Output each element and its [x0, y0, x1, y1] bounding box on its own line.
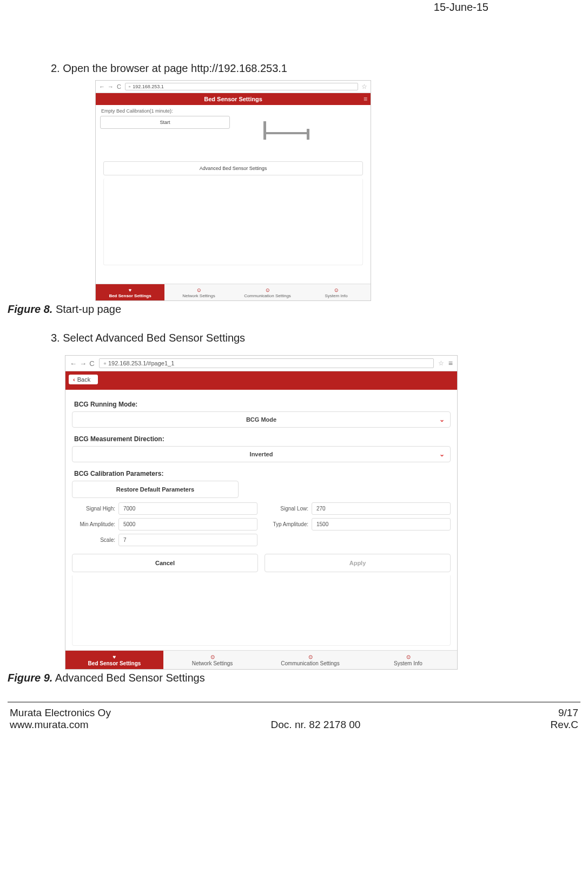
- footer-separator: [8, 702, 580, 703]
- footer-site: www.murata.com: [10, 719, 161, 731]
- chevron-left-icon: ‹: [73, 376, 75, 383]
- advanced-settings-panel: [103, 179, 363, 265]
- footer-page-number: 9/17: [470, 707, 578, 719]
- min-amplitude-label: Min Amplitude:: [72, 521, 118, 527]
- tab-system-info[interactable]: ⊙System Info: [302, 284, 371, 300]
- min-amplitude-input[interactable]: 5000: [118, 518, 257, 531]
- typ-amplitude-input[interactable]: 1500: [312, 518, 451, 531]
- page-icon: ▫: [104, 360, 106, 366]
- signal-high-label: Signal High:: [72, 506, 118, 512]
- nav-back-icon[interactable]: ←: [70, 359, 75, 368]
- scale-label: Scale:: [72, 537, 118, 543]
- bcg-calibration-label: BCG Calibration Parameters:: [74, 470, 451, 477]
- typ-amplitude-label: Typ Amplitude:: [265, 521, 312, 527]
- page-footer: Murata Electronics Oy www.murata.com Doc…: [8, 707, 580, 734]
- restore-default-button[interactable]: Restore Default Parameters: [72, 481, 239, 498]
- url-text: 192.168.253.1/#page1_1: [108, 360, 174, 366]
- network-icon: ⊙: [164, 654, 260, 660]
- apply-button[interactable]: Apply: [265, 554, 451, 572]
- url-text: 192.168.253.1: [133, 84, 164, 89]
- tab-system-info[interactable]: ⊙System Info: [359, 651, 457, 669]
- nav-forward-icon[interactable]: →: [108, 83, 113, 90]
- advanced-settings-button[interactable]: Advanced Bed Sensor Settings: [103, 161, 363, 175]
- empty-bed-calibration-label: Empty Bed Calibration(1 minute):: [96, 105, 371, 116]
- tab-bed-sensor-settings[interactable]: ♥Bed Sensor Settings: [96, 284, 164, 300]
- step-3-text: 3. Select Advanced Bed Sensor Settings: [51, 332, 580, 344]
- menu-icon[interactable]: ≡: [364, 95, 367, 103]
- tab-communication-settings[interactable]: ⊙Communication Settings: [233, 284, 302, 300]
- figure-8-screenshot: ← → C ▫ 192.168.253.1 ☆ Bed Sensor Setti…: [95, 80, 371, 301]
- scale-input[interactable]: 7: [118, 534, 257, 546]
- tab-network-settings[interactable]: ⊙Network Settings: [163, 651, 261, 669]
- footer-doc-number: Doc. nr. 82 2178 00: [161, 719, 470, 731]
- info-icon: ⊙: [360, 654, 456, 660]
- back-button[interactable]: ‹ Back: [69, 375, 98, 384]
- bcg-running-mode-label: BCG Running Mode:: [74, 401, 451, 408]
- app-header-title: Bed Sensor Settings: [204, 96, 262, 102]
- info-icon: ⊙: [303, 287, 369, 293]
- heart-icon: ♥: [97, 287, 163, 293]
- signal-high-input[interactable]: 7000: [118, 502, 257, 515]
- nav-reload-icon[interactable]: C: [116, 83, 122, 90]
- step-2-text: 2. Open the browser at page http://192.1…: [51, 62, 580, 75]
- app-header: Bed Sensor Settings ≡: [96, 93, 371, 105]
- url-field[interactable]: ▫ 192.168.253.1: [125, 83, 358, 90]
- url-field[interactable]: ▫ 192.168.253.1/#page1_1: [99, 358, 434, 368]
- blank-panel: [72, 575, 451, 646]
- page-header-date: 15-June-15: [8, 0, 580, 14]
- bottom-tabs: ♥Bed Sensor Settings ⊙Network Settings ⊙…: [65, 650, 457, 669]
- bottom-tabs: ♥Bed Sensor Settings ⊙Network Settings ⊙…: [96, 284, 371, 300]
- start-button[interactable]: Start: [100, 116, 230, 129]
- communication-icon: ⊙: [262, 654, 358, 660]
- nav-forward-icon[interactable]: →: [80, 359, 85, 368]
- hamburger-icon[interactable]: ≡: [448, 359, 453, 368]
- tab-bed-sensor-settings[interactable]: ♥Bed Sensor Settings: [65, 651, 163, 669]
- browser-address-bar: ← → C ▫ 192.168.253.1 ☆: [96, 81, 371, 93]
- signal-low-label: Signal Low:: [265, 506, 312, 512]
- chevron-down-icon: ⌄: [439, 416, 445, 423]
- figure-9-screenshot: ← → C ▫ 192.168.253.1/#page1_1 ☆ ≡ ‹ Bac…: [65, 355, 458, 670]
- tab-network-settings[interactable]: ⊙Network Settings: [164, 284, 233, 300]
- network-icon: ⊙: [166, 287, 232, 293]
- nav-back-icon[interactable]: ←: [99, 83, 104, 90]
- bookmark-star-icon[interactable]: ☆: [438, 359, 444, 367]
- signal-low-input[interactable]: 270: [312, 502, 451, 515]
- footer-company: Murata Electronics Oy: [10, 707, 161, 719]
- heart-icon: ♥: [67, 654, 162, 660]
- figure-8-caption: Figure 8. Start-up page: [8, 303, 580, 316]
- chevron-down-icon: ⌄: [439, 450, 445, 458]
- nav-reload-icon[interactable]: C: [89, 359, 95, 368]
- browser-address-bar: ← → C ▫ 192.168.253.1/#page1_1 ☆ ≡: [65, 356, 457, 371]
- footer-revision: Rev.C: [470, 719, 578, 731]
- page-icon: ▫: [129, 84, 130, 89]
- app-header: ‹ Back: [65, 371, 457, 390]
- bcg-direction-label: BCG Measurement Direction:: [74, 435, 451, 443]
- cancel-button[interactable]: Cancel: [72, 554, 258, 572]
- bookmark-star-icon[interactable]: ☆: [361, 83, 367, 90]
- communication-icon: ⊙: [234, 287, 301, 293]
- bcg-running-mode-select[interactable]: BCG Mode ⌄: [72, 411, 451, 428]
- tab-communication-settings[interactable]: ⊙Communication Settings: [261, 651, 359, 669]
- bcg-direction-select[interactable]: Inverted ⌄: [72, 446, 451, 462]
- figure-9-caption: Figure 9. Advanced Bed Sensor Settings: [8, 672, 580, 684]
- bed-icon: [263, 121, 318, 137]
